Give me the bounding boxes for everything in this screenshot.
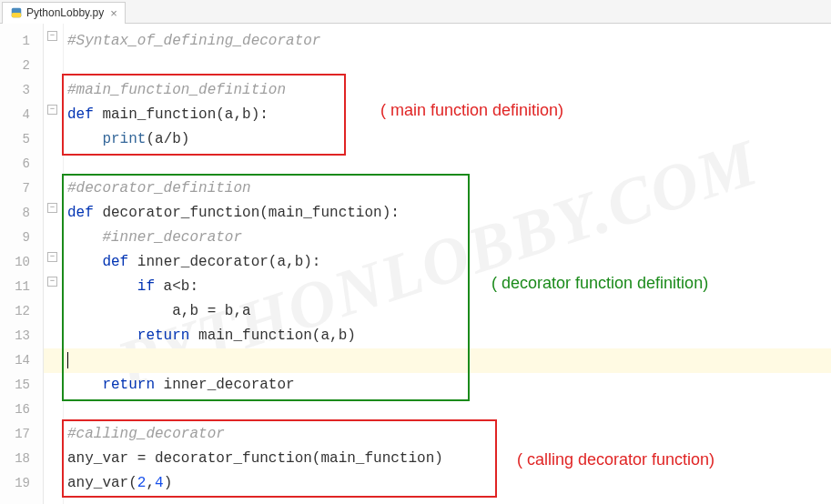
line-number-gutter: 12345678910111213141516171819 — [0, 24, 44, 504]
python-file-icon — [10, 6, 23, 19]
editor: 12345678910111213141516171819 − − − − − … — [0, 24, 831, 504]
code-line — [44, 54, 831, 78]
svg-rect-1 — [12, 13, 22, 17]
text-cursor — [67, 352, 68, 368]
code-line: any_var = decorator_function(main_functi… — [44, 447, 831, 471]
code-line-active — [44, 348, 831, 373]
code-line: return main_function(a,b) — [44, 324, 831, 348]
code-line: if a<b: — [44, 275, 831, 299]
code-line: #Syntax_of_defining_decorator — [44, 29, 831, 54]
code-line: #main_function_definition — [44, 78, 831, 103]
code-line: #calling_decorator — [44, 422, 831, 447]
code-line — [44, 398, 831, 422]
tab-filename: PythonLobby.py — [26, 6, 104, 19]
code-line: return inner_decorator — [44, 373, 831, 398]
code-line: def inner_decorator(a,b): — [44, 250, 831, 275]
code-area[interactable]: − − − − − PYTHONLOBBY.COM #Syntax_of_def… — [44, 24, 831, 504]
tab-bar: PythonLobby.py × — [0, 0, 831, 24]
code-line: #inner_decorator — [44, 226, 831, 250]
code-line: any_var(2,4) — [44, 471, 831, 496]
code-line: print(a/b) — [44, 127, 831, 152]
code-line: #decorator_definition — [44, 176, 831, 201]
code-line: def decorator_function(main_function): — [44, 201, 831, 226]
file-tab[interactable]: PythonLobby.py × — [2, 2, 126, 24]
code-line: def main_function(a,b): — [44, 103, 831, 127]
code-line: a,b = b,a — [44, 299, 831, 324]
close-icon[interactable]: × — [110, 6, 117, 20]
code-line — [44, 152, 831, 176]
